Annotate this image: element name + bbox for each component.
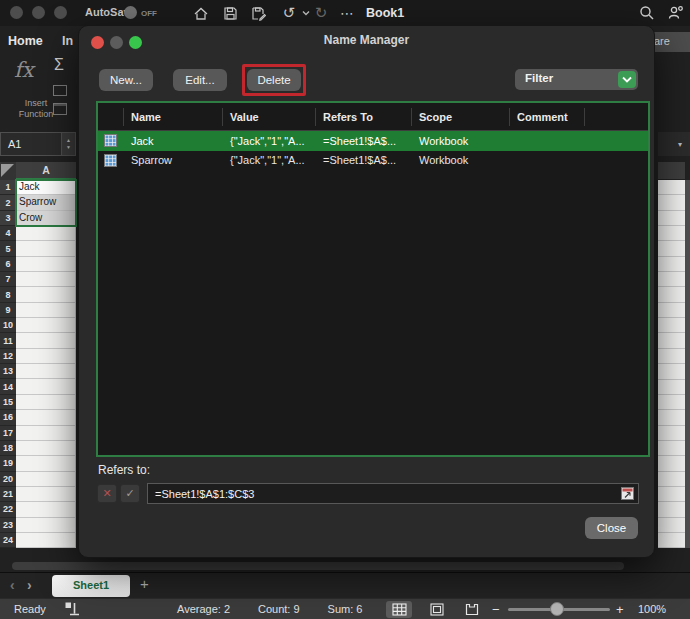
row-header-19[interactable]: 19 [0, 456, 16, 471]
cell-A10[interactable] [16, 318, 76, 333]
cell-A4[interactable] [16, 226, 76, 241]
window-close-button[interactable] [10, 6, 23, 19]
cell-A13[interactable] [16, 364, 76, 379]
row-header-7[interactable]: 7 [0, 272, 16, 287]
cell-A5[interactable] [16, 241, 76, 256]
select-all-corner[interactable] [0, 162, 16, 180]
row-header-3[interactable]: 3 [0, 211, 16, 226]
more-commands-icon[interactable]: ⋯ [338, 4, 356, 22]
add-sheet-button[interactable]: + [140, 575, 149, 592]
window-minimize-button[interactable] [32, 6, 45, 19]
cell-A14[interactable] [16, 379, 76, 394]
ribbon-tab-home[interactable]: Home [8, 34, 43, 48]
filter-dropdown[interactable]: Filter [515, 69, 638, 90]
row-header-12[interactable]: 12 [0, 349, 16, 364]
cell-A23[interactable] [16, 518, 76, 533]
new-button[interactable]: New... [99, 69, 153, 91]
cell-A19[interactable] [16, 456, 76, 471]
row-header-10[interactable]: 10 [0, 318, 16, 333]
cell-A24[interactable] [16, 533, 76, 548]
header-refers-to[interactable]: Refers To [316, 108, 412, 126]
cell-A21[interactable] [16, 487, 76, 502]
row-header-8[interactable]: 8 [0, 287, 16, 302]
cancel-x-button[interactable]: ✕ [97, 484, 117, 503]
row-header-18[interactable]: 18 [0, 441, 16, 456]
cell-A16[interactable] [16, 410, 76, 425]
cell-A3[interactable]: Crow [16, 211, 76, 226]
row-header-20[interactable]: 20 [0, 472, 16, 487]
macro-record-icon[interactable] [64, 601, 81, 619]
cell-A9[interactable] [16, 303, 76, 318]
header-name[interactable]: Name [124, 108, 223, 126]
ribbon-tab-insert-partial[interactable]: In [62, 34, 73, 48]
zoom-in-button[interactable]: + [616, 602, 624, 617]
cell-A8[interactable] [16, 287, 76, 302]
header-comment[interactable]: Comment [510, 108, 585, 126]
named-range-icon [98, 154, 124, 167]
next-sheet-icon[interactable]: › [27, 577, 32, 593]
row-header-24[interactable]: 24 [0, 533, 16, 548]
save-icon[interactable] [221, 4, 239, 22]
row-header-14[interactable]: 14 [0, 379, 16, 394]
zoom-out-button[interactable]: − [492, 602, 500, 617]
edit-button[interactable]: Edit... [173, 69, 227, 91]
undo-icon[interactable]: ↺ [280, 4, 298, 22]
home-icon[interactable] [192, 4, 210, 22]
name-box[interactable]: A1 [0, 132, 62, 156]
redo-icon[interactable]: ↻ [312, 4, 330, 22]
ribbon-small-icon[interactable] [53, 85, 67, 96]
zoom-slider-thumb[interactable] [550, 602, 564, 616]
save-as-icon[interactable] [249, 4, 267, 22]
page-break-view-icon[interactable] [459, 601, 485, 618]
cell-A17[interactable] [16, 426, 76, 441]
row-header-5[interactable]: 5 [0, 241, 16, 256]
name-box-stepper[interactable]: ▲▼ [62, 132, 76, 156]
insert-function-fx-icon[interactable]: fx [14, 58, 34, 82]
cell-A11[interactable] [16, 333, 76, 348]
prev-sheet-icon[interactable]: ‹ [10, 577, 15, 593]
row-header-4[interactable]: 4 [0, 226, 16, 241]
header-value[interactable]: Value [223, 108, 316, 126]
cell-A1[interactable]: Jack [16, 180, 76, 195]
row-header-11[interactable]: 11 [0, 333, 16, 348]
row-header-21[interactable]: 21 [0, 487, 16, 502]
cell-A18[interactable] [16, 441, 76, 456]
page-layout-view-icon[interactable] [424, 601, 450, 618]
window-zoom-button[interactable] [54, 6, 67, 19]
search-icon[interactable] [638, 4, 656, 22]
autosum-sigma-icon[interactable]: Σ [54, 56, 64, 74]
name-manager-row[interactable]: Jack{"Jack","1","A...=Sheet1!$A$...Workb… [98, 131, 648, 151]
row-header-13[interactable]: 13 [0, 364, 16, 379]
row-header-2[interactable]: 2 [0, 195, 16, 210]
row-header-16[interactable]: 16 [0, 410, 16, 425]
header-scope[interactable]: Scope [412, 108, 510, 126]
cell-A12[interactable] [16, 349, 76, 364]
cell-A7[interactable] [16, 272, 76, 287]
zoom-level[interactable]: 100% [638, 603, 666, 615]
share-people-icon[interactable] [666, 4, 684, 22]
autosave-toggle[interactable] [124, 6, 137, 19]
vertical-scrollbar[interactable] [685, 180, 690, 548]
row-header-17[interactable]: 17 [0, 426, 16, 441]
cell-A15[interactable] [16, 395, 76, 410]
row-header-1[interactable]: 1 [0, 180, 16, 195]
cell-A22[interactable] [16, 502, 76, 517]
row-header-23[interactable]: 23 [0, 518, 16, 533]
column-header-A[interactable]: A [16, 162, 76, 180]
row-header-15[interactable]: 15 [0, 395, 16, 410]
confirm-check-button[interactable]: ✓ [120, 484, 140, 503]
refers-to-input[interactable]: =Sheet1!$A$1:$C$3 [147, 483, 639, 504]
delete-button[interactable]: Delete [247, 69, 301, 91]
sheet-tab-active[interactable]: Sheet1 [52, 575, 130, 597]
cell-A6[interactable] [16, 257, 76, 272]
horizontal-scrollbar[interactable] [12, 562, 624, 570]
close-button[interactable]: Close [585, 517, 638, 539]
normal-view-icon[interactable] [386, 601, 412, 618]
collapse-dialog-range-icon[interactable] [621, 487, 634, 502]
row-header-9[interactable]: 9 [0, 303, 16, 318]
name-manager-row[interactable]: Sparrow{"Jack","1","A...=Sheet1!$A$...Wo… [98, 151, 648, 171]
row-header-6[interactable]: 6 [0, 257, 16, 272]
row-header-22[interactable]: 22 [0, 502, 16, 517]
cell-A2[interactable]: Sparrow [16, 195, 76, 210]
cell-A20[interactable] [16, 472, 76, 487]
